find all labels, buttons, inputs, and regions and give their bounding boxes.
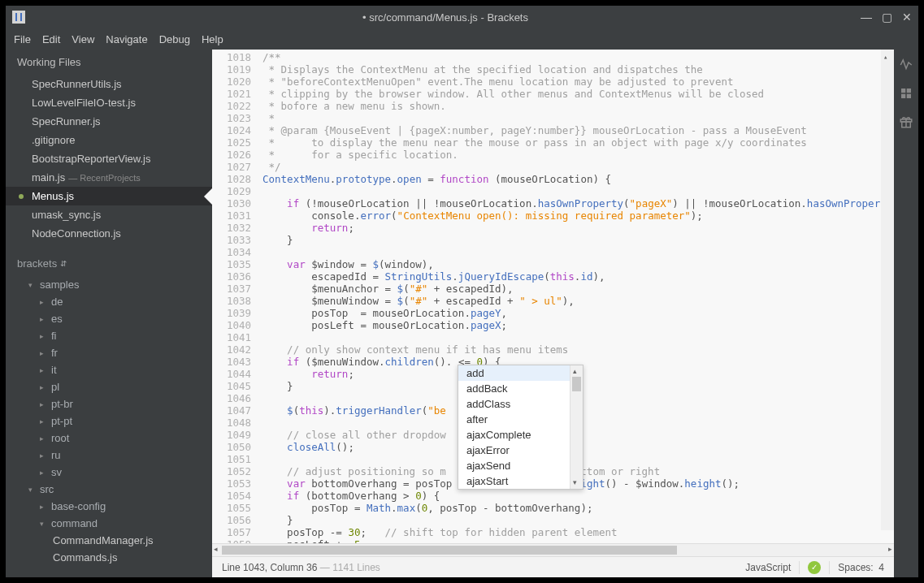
autocomplete-item[interactable]: after [458,412,583,427]
tree-folder[interactable]: ▸pt-pt [6,412,212,430]
line-count: — 1141 Lines [320,562,380,573]
working-file[interactable]: SpecRunnerUtils.js [6,75,212,93]
tree-folder[interactable]: ▸it [6,361,212,378]
svg-rect-0 [15,13,17,21]
statusbar: Line 1043, Column 36 — 1141 Lines JavaSc… [212,556,894,577]
menu-file[interactable]: File [14,33,31,45]
menu-view[interactable]: View [72,33,94,45]
minimize-button[interactable]: — [861,11,872,24]
language-mode[interactable]: JavaScript [745,562,791,573]
maximize-button[interactable]: ▢ [882,11,892,24]
menubar: FileEditViewNavigateDebugHelp [6,28,918,50]
cursor-position: Line 1043, Column 36 [222,562,317,573]
tree-folder[interactable]: ▸base-config [6,498,212,515]
extensions-icon[interactable] [899,86,913,103]
autocomplete-item[interactable]: ajaxError [458,443,583,458]
tree-folder[interactable]: ▸de [6,293,212,310]
indent-setting[interactable]: Spaces: 4 [838,562,884,573]
autocomplete-item[interactable]: ajaxStart [458,473,583,489]
menu-edit[interactable]: Edit [42,33,60,45]
tree-folder[interactable]: ▸es [6,310,212,327]
working-file[interactable]: BootstrapReporterView.js [6,149,212,168]
horizontal-scrollbar[interactable] [212,543,894,556]
working-file[interactable]: LowLevelFileIO-test.js [6,93,212,112]
tree-folder[interactable]: ▸pt-br [6,395,212,412]
tree-folder[interactable]: ▾samples [6,276,212,293]
working-files-header: Working Files [6,50,212,75]
close-button[interactable]: ✕ [902,11,912,24]
lint-status-icon[interactable]: ✓ [808,561,821,574]
window-title: • src/command/Menus.js - Brackets [30,11,861,24]
working-file[interactable]: main.js— RecentProjects [6,168,212,187]
tree-folder[interactable]: ▾command [6,515,212,532]
right-rail [894,50,918,577]
autocomplete-popup: addaddBackaddClassafterajaxCompleteajaxE… [458,365,583,490]
svg-rect-4 [901,94,905,98]
project-sort-icon: ⇵ [60,259,67,268]
editor: 1018101910201021102210231024102510261027… [212,50,894,577]
tree-folder[interactable]: ▸pl [6,378,212,395]
titlebar: • src/command/Menus.js - Brackets — ▢ ✕ [6,6,918,28]
autocomplete-item[interactable]: addClass [458,396,583,412]
tree-folder[interactable]: ▾src [6,481,212,498]
gutter: 1018101910201021102210231024102510261027… [212,50,259,543]
autocomplete-scrollbar[interactable] [570,365,583,489]
working-file[interactable]: Menus.js [6,187,212,205]
tree-folder[interactable]: ▸fr [6,344,212,361]
svg-rect-3 [907,89,911,93]
menu-navigate[interactable]: Navigate [106,33,147,45]
autocomplete-item[interactable]: add [458,365,583,381]
gift-icon[interactable] [899,114,913,132]
tree-file[interactable]: Commands.js [6,549,212,566]
working-file[interactable]: SpecRunner.js [6,112,212,131]
vertical-scrollbar[interactable] [881,50,894,530]
tree-folder[interactable]: ▸ru [6,447,212,464]
app-icon [12,11,25,24]
autocomplete-item[interactable]: ajaxComplete [458,427,583,443]
svg-rect-5 [907,94,911,98]
live-preview-icon[interactable] [899,58,913,75]
svg-rect-2 [901,89,905,93]
menu-debug[interactable]: Debug [159,33,190,45]
project-header[interactable]: brackets ⇵ [6,251,212,276]
autocomplete-item[interactable]: addBack [458,381,583,396]
working-file[interactable]: .gitignore [6,131,212,149]
tree-file[interactable]: CommandManager.js [6,532,212,549]
svg-rect-1 [20,13,22,21]
menu-help[interactable]: Help [202,33,223,45]
autocomplete-item[interactable]: ajaxSend [458,458,583,473]
tree-folder[interactable]: ▸sv [6,464,212,481]
working-file[interactable]: NodeConnection.js [6,224,212,243]
sidebar: Working Files SpecRunnerUtils.jsLowLevel… [6,50,212,577]
tree-folder[interactable]: ▸root [6,430,212,447]
working-file[interactable]: umask_sync.js [6,205,212,224]
tree-folder[interactable]: ▸fi [6,327,212,344]
